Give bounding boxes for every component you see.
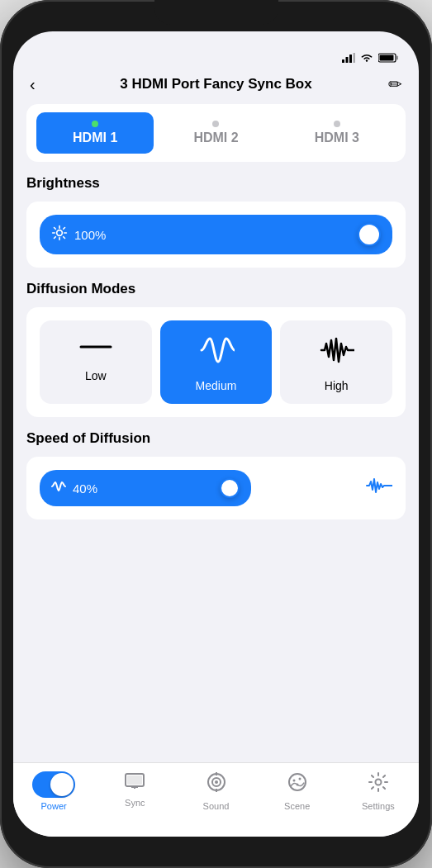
svg-line-15 [55,236,56,238]
svg-point-23 [215,780,218,784]
header: ‹ 3 HDMI Port Fancy Sync Box ✏ [13,68,419,104]
speed-title: Speed of Diffusion [26,430,406,447]
brightness-value: 100% [74,228,358,242]
toggle-thumb [50,773,74,796]
svg-line-16 [64,227,65,229]
back-button[interactable]: ‹ [30,75,55,94]
mode-medium-icon [198,335,235,371]
wifi-icon [360,53,373,63]
svg-line-11 [55,227,56,229]
nav-sync[interactable]: Sync [94,771,175,808]
nav-sound-label: Sound [203,801,230,811]
speed-visual-icon [366,477,392,500]
diffusion-title: Diffusion Modes [26,281,406,297]
speed-value: 40% [73,481,220,496]
svg-rect-0 [342,59,344,63]
nav-power[interactable]: Power [13,771,94,811]
signal-icon [342,53,355,63]
hdmi2-dot [212,121,219,127]
svg-point-26 [289,774,306,790]
brightness-card: 100% [26,202,406,268]
edit-button[interactable]: ✏ [377,74,402,94]
brightness-thumb[interactable] [358,223,381,246]
phone-screen: ‹ 3 HDMI Port Fancy Sync Box ✏ HDMI 1 HD… [13,31,419,837]
svg-rect-20 [127,776,142,785]
svg-rect-6 [396,56,398,60]
hdmi3-label: HDMI 3 [315,130,359,145]
svg-rect-1 [346,57,349,63]
hdmi3-dot [334,121,340,127]
speed-wave-icon [51,481,66,496]
svg-point-4 [366,59,368,61]
settings-icon [368,771,389,798]
content-area: Brightness [13,175,419,762]
nav-settings[interactable]: Settings [338,771,419,811]
brightness-icon [51,225,68,245]
bottom-nav: Power Sync [13,762,419,837]
diffusion-card: Low Medium [26,307,406,417]
svg-point-30 [375,780,381,785]
tab-hdmi3[interactable]: HDMI 3 [278,112,396,154]
speed-thumb[interactable] [220,478,240,498]
mode-low-icon [78,335,114,361]
sync-icon [124,771,145,794]
mode-high-label: High [325,379,349,392]
mode-low-label: Low [85,369,107,382]
notch [154,0,278,25]
mode-high[interactable]: High [280,320,392,404]
phone-frame: ‹ 3 HDMI Port Fancy Sync Box ✏ HDMI 1 HD… [0,0,432,868]
brightness-slider[interactable]: 100% [40,215,392,254]
nav-power-label: Power [41,801,67,811]
svg-point-28 [298,778,301,780]
power-toggle[interactable] [32,771,75,798]
hdmi-tabs: HDMI 1 HDMI 2 HDMI 3 [26,104,406,162]
scene-icon [287,771,308,798]
sound-icon [206,771,227,798]
tab-hdmi2[interactable]: HDMI 2 [157,112,274,154]
svg-rect-7 [380,55,394,61]
nav-scene[interactable]: Scene [257,771,338,811]
mode-medium-label: Medium [196,379,237,392]
svg-point-8 [57,230,63,235]
mode-medium[interactable]: Medium [160,320,273,404]
nav-settings-label: Settings [362,801,395,811]
svg-rect-3 [354,53,356,63]
nav-sync-label: Sync [125,798,145,808]
svg-point-27 [292,780,295,782]
speed-row: 40% [40,470,392,506]
hdmi1-label: HDMI 1 [73,130,117,145]
page-title: 3 HDMI Port Fancy Sync Box [55,76,377,92]
svg-rect-2 [349,55,352,63]
battery-icon [378,53,399,63]
tab-hdmi1[interactable]: HDMI 1 [36,112,154,154]
nav-scene-label: Scene [284,801,310,811]
mode-high-icon [318,335,354,371]
speed-slider[interactable]: 40% [40,470,251,506]
speed-card: 40% [26,457,406,519]
status-icons [342,53,399,63]
status-bar [13,31,419,68]
hdmi1-dot [92,121,98,127]
hdmi2-label: HDMI 2 [193,130,238,145]
nav-sound[interactable]: Sound [175,771,256,811]
mode-low[interactable]: Low [40,320,152,404]
diffusion-modes: Low Medium [40,320,392,404]
svg-line-12 [64,236,65,238]
brightness-title: Brightness [26,175,406,192]
